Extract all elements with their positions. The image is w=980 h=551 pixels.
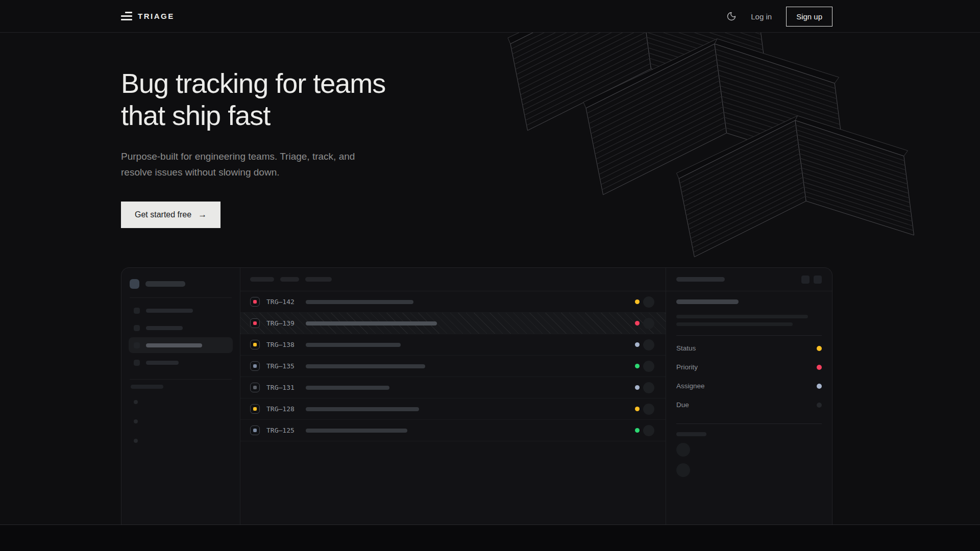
issue-title-skeleton xyxy=(306,300,413,304)
workspace-name-skeleton xyxy=(145,281,185,287)
issue-row: TRG–139 xyxy=(240,313,666,334)
issue-title-skeleton xyxy=(306,386,389,390)
arrow-right-icon: → xyxy=(198,210,207,220)
issue-row: TRG–135 xyxy=(240,356,666,377)
assignee-avatar xyxy=(643,361,654,372)
sidebar-item-icon xyxy=(134,342,140,348)
activity-avatar xyxy=(676,443,690,457)
app-preview-card: TRG–142TRG–139TRG–138TRG–135TRG–131TRG–1… xyxy=(121,267,832,524)
title-line-1: Bug tracking for teams xyxy=(121,68,385,98)
activity-label-skeleton xyxy=(676,432,706,436)
triage-logo-icon xyxy=(121,12,132,20)
sidebar-item-label-skeleton xyxy=(146,309,193,313)
detail-field-assignee: Assignee xyxy=(676,377,822,395)
issue-description-skeleton xyxy=(676,315,808,318)
sidebar-bullet xyxy=(134,439,138,443)
issue-id: TRG–135 xyxy=(266,362,301,370)
preview-sidebar xyxy=(121,268,240,524)
filter-tab-skeleton xyxy=(250,277,274,282)
divider xyxy=(130,379,232,380)
sidebar-bullet xyxy=(134,419,138,423)
issue-type-icon xyxy=(250,361,260,371)
activity-avatar xyxy=(676,463,690,477)
issue-id: TRG–138 xyxy=(266,341,301,348)
issue-title-skeleton xyxy=(676,299,739,304)
sidebar-item-icon xyxy=(134,308,140,314)
theme-toggle-button[interactable] xyxy=(726,11,737,21)
divider xyxy=(676,335,822,336)
assignee-avatar xyxy=(643,404,654,415)
field-label: Priority xyxy=(676,363,698,371)
field-value-dot xyxy=(817,403,822,408)
issue-row: TRG–142 xyxy=(240,291,666,313)
divider xyxy=(676,423,822,424)
sidebar-bullet xyxy=(134,400,138,404)
sidebar-item xyxy=(129,355,233,370)
login-link[interactable]: Log in xyxy=(751,12,772,21)
issue-id: TRG–128 xyxy=(266,405,301,413)
issue-title-skeleton xyxy=(306,321,437,325)
page-title: Bug tracking for teams that ship fast xyxy=(121,67,980,132)
issue-type-icon xyxy=(250,340,260,349)
assignee-avatar xyxy=(643,296,654,308)
hero-subtitle: Purpose-built for engineering teams. Tri… xyxy=(121,149,366,180)
issue-type-icon xyxy=(250,318,260,328)
issue-type-icon xyxy=(250,404,260,414)
assignee-avatar xyxy=(643,318,654,329)
title-line-2: that ship fast xyxy=(121,100,270,131)
field-value-dot xyxy=(817,384,822,389)
footer xyxy=(0,524,980,551)
detail-field-status: Status xyxy=(676,339,822,358)
field-value-dot xyxy=(817,365,822,370)
issue-row: TRG–128 xyxy=(240,398,666,420)
sidebar-item-icon xyxy=(134,360,140,366)
status-dot xyxy=(635,321,640,325)
assignee-avatar xyxy=(643,425,654,436)
issue-row: TRG–125 xyxy=(240,420,666,441)
issue-title-skeleton xyxy=(306,343,401,347)
issue-row: TRG–131 xyxy=(240,377,666,398)
issue-id: TRG–139 xyxy=(266,319,301,327)
sidebar-item-label-skeleton xyxy=(146,326,183,330)
issue-type-icon xyxy=(250,383,260,392)
status-dot xyxy=(635,385,640,390)
issue-id: TRG–131 xyxy=(266,384,301,391)
field-label: Assignee xyxy=(676,382,705,390)
issue-type-icon xyxy=(250,425,260,435)
divider xyxy=(130,297,232,298)
issue-rows: TRG–142TRG–139TRG–138TRG–135TRG–131TRG–1… xyxy=(240,291,666,441)
workspace-avatar xyxy=(130,279,139,289)
issue-id: TRG–142 xyxy=(266,298,301,306)
sidebar-item xyxy=(129,320,233,336)
detail-field-due: Due xyxy=(676,395,822,414)
detail-body: StatusPriorityAssigneeDue xyxy=(666,291,832,477)
filter-tab-skeleton xyxy=(280,277,299,282)
panel-action-icon xyxy=(814,276,822,284)
field-label: Due xyxy=(676,401,689,409)
signup-button[interactable]: Sign up xyxy=(786,7,832,27)
issue-description-skeleton xyxy=(676,322,793,326)
hero-section: Bug tracking for teams that ship fast Pu… xyxy=(0,33,980,228)
issue-row: TRG–138 xyxy=(240,334,666,356)
detail-header-skeleton xyxy=(676,277,725,282)
brand: TRIAGE xyxy=(121,12,175,20)
get-started-button[interactable]: Get started free → xyxy=(121,202,220,228)
workspace-switcher xyxy=(130,279,232,289)
issue-title-skeleton xyxy=(306,429,407,433)
top-nav: TRIAGE Log in Sign up xyxy=(0,0,980,33)
issue-title-skeleton xyxy=(306,407,419,411)
brand-name: TRIAGE xyxy=(138,12,175,20)
detail-header xyxy=(666,268,832,291)
status-dot xyxy=(635,364,640,368)
issue-detail-panel: StatusPriorityAssigneeDue xyxy=(666,268,832,524)
field-value-dot xyxy=(817,346,822,351)
cta-label: Get started free xyxy=(135,210,191,219)
assignee-avatar xyxy=(643,339,654,350)
issue-list-header xyxy=(240,268,666,291)
sidebar-item-active xyxy=(129,337,233,353)
issue-id: TRG–125 xyxy=(266,427,301,434)
filter-tab-skeleton xyxy=(305,277,332,282)
sidebar-item-label-skeleton xyxy=(146,343,202,347)
issue-list-panel: TRG–142TRG–139TRG–138TRG–135TRG–131TRG–1… xyxy=(240,268,666,524)
status-dot xyxy=(635,428,640,433)
